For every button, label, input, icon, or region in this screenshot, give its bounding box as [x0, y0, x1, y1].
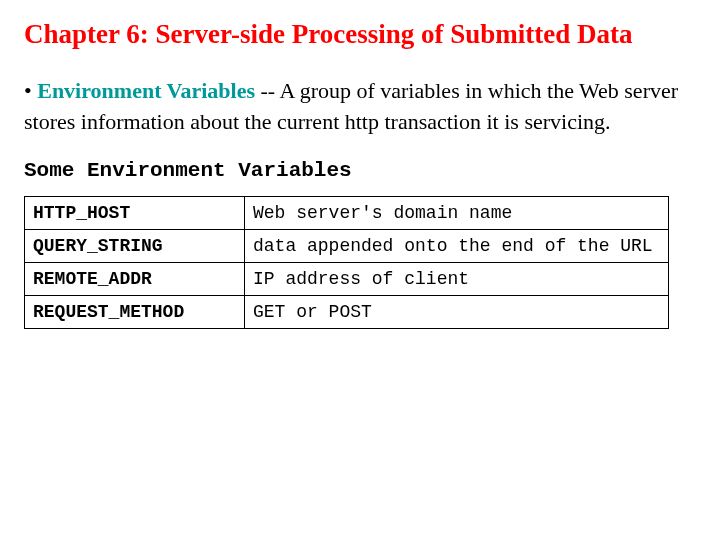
var-desc: Web server's domain name [245, 197, 669, 230]
table-row: REQUEST_METHOD GET or POST [25, 296, 669, 329]
var-name: REQUEST_METHOD [25, 296, 245, 329]
var-desc: GET or POST [245, 296, 669, 329]
var-desc: data appended onto the end of the URL [245, 230, 669, 263]
table-row: HTTP_HOST Web server's domain name [25, 197, 669, 230]
var-name: HTTP_HOST [25, 197, 245, 230]
table-row: QUERY_STRING data appended onto the end … [25, 230, 669, 263]
table-row: REMOTE_ADDR IP address of client [25, 263, 669, 296]
definition-term: Environment Variables [37, 78, 255, 103]
var-name: REMOTE_ADDR [25, 263, 245, 296]
bullet: • [24, 78, 32, 103]
table-subheading: Some Environment Variables [24, 159, 696, 182]
chapter-heading: Chapter 6: Server-side Processing of Sub… [24, 18, 696, 52]
var-name: QUERY_STRING [25, 230, 245, 263]
definition-paragraph: • Environment Variables -- A group of va… [24, 76, 696, 138]
env-var-table: HTTP_HOST Web server's domain name QUERY… [24, 196, 669, 329]
var-desc: IP address of client [245, 263, 669, 296]
